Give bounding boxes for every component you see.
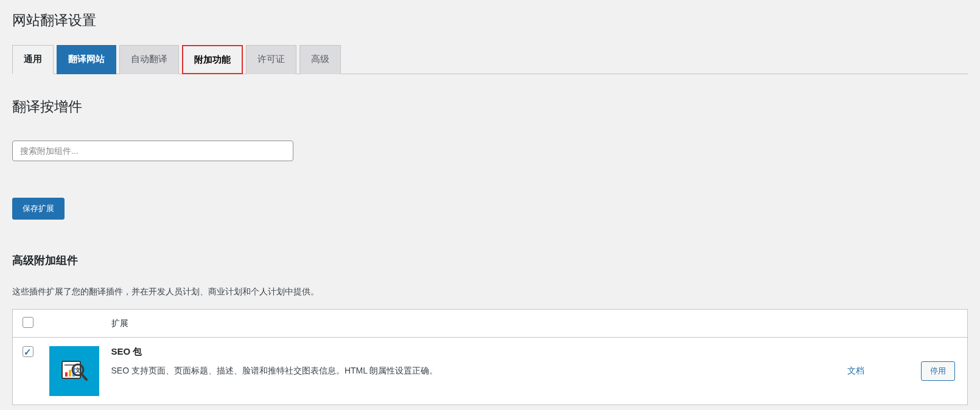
tab-general[interactable]: 通用 — [12, 45, 54, 74]
search-input[interactable] — [12, 141, 293, 161]
tab-license[interactable]: 许可证 — [246, 45, 296, 74]
tab-addons[interactable]: 附加功能 — [182, 45, 243, 74]
table-header-action — [901, 310, 968, 338]
save-button[interactable]: 保存扩展 — [12, 198, 65, 220]
section-title: 翻译按增件 — [12, 97, 968, 116]
table-header-extension: 扩展 — [105, 310, 779, 338]
disable-button[interactable]: 停用 — [921, 361, 955, 381]
tab-auto-translate[interactable]: 自动翻译 — [119, 45, 179, 74]
svg-rect-3 — [69, 370, 71, 377]
svg-text:文: 文 — [74, 367, 81, 374]
tab-advanced[interactable]: 高级 — [299, 45, 341, 74]
page-title: 网站翻译设置 — [12, 6, 968, 32]
svg-rect-2 — [65, 372, 68, 377]
addons-table: 扩展 文 — [12, 309, 968, 405]
table-header-checkbox — [13, 310, 43, 338]
table-header-icon-col — [43, 310, 105, 338]
advanced-addons-title: 高级附加组件 — [12, 253, 968, 268]
select-all-checkbox[interactable] — [23, 317, 33, 328]
addon-title: SEO 包 — [111, 346, 773, 358]
seo-pack-icon: 文 — [49, 346, 99, 396]
addon-description: SEO 支持页面、页面标题、描述、脸谱和推特社交图表信息。HTML 朗属性设置正… — [111, 364, 773, 377]
table-row: 文 SEO 包 SEO 支持页面、页面标题、描述、脸谱和推特社交图表信息。HTM… — [13, 338, 968, 405]
addon-checkbox[interactable] — [23, 346, 33, 357]
table-header-doc — [779, 310, 901, 338]
advanced-addons-description: 这些插件扩展了您的翻译插件，并在开发人员计划、商业计划和个人计划中提供。 — [12, 285, 968, 298]
svg-line-7 — [82, 374, 86, 380]
tab-translate-site[interactable]: 翻译网站 — [57, 45, 116, 74]
addon-doc-link[interactable]: 文档 — [847, 366, 864, 375]
settings-tabs: 通用 翻译网站 自动翻译 附加功能 许可证 高级 — [12, 44, 968, 74]
